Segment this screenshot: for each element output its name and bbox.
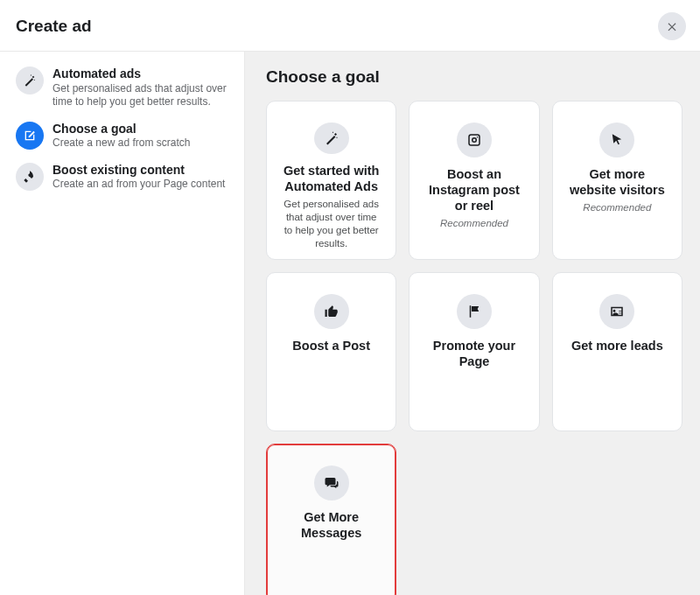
sidebar-item-label: Automated ads	[52, 66, 228, 82]
sidebar-item-desc: Get personalised ads that adjust over ti…	[52, 82, 228, 109]
messages-icon	[314, 466, 349, 500]
sidebar-item-desc: Create a new ad from scratch	[52, 136, 190, 150]
flag-icon	[457, 294, 492, 329]
modal-body: Automated ads Get personalised ads that …	[0, 52, 700, 595]
cursor-icon	[599, 122, 634, 158]
id-card-icon	[599, 294, 634, 329]
goal-card-title: Get more website visitors	[562, 166, 673, 198]
goal-card-title: Boost an Instagram post or reel	[418, 166, 529, 214]
main-heading: Choose a goal	[266, 67, 682, 87]
goal-card-more-leads[interactable]: Get more leads	[552, 272, 682, 431]
sidebar-item-boost-existing[interactable]: Boost existing content Create an ad from…	[9, 157, 235, 198]
sidebar-item-automated-ads[interactable]: Automated ads Get personalised ads that …	[9, 60, 235, 116]
thumbs-up-icon	[314, 294, 349, 329]
sidebar: Automated ads Get personalised ads that …	[0, 52, 245, 595]
modal-title: Create ad	[16, 17, 92, 36]
goal-card-title: Get started with Automated Ads	[276, 163, 387, 194]
goal-card-sub: Recommended	[435, 217, 514, 230]
goal-card-boost-instagram[interactable]: Boost an Instagram post or reel Recommen…	[409, 101, 539, 260]
sidebar-item-label: Boost existing content	[52, 163, 225, 178]
sidebar-item-label: Choose a goal	[52, 122, 190, 137]
sidebar-item-desc: Create an ad from your Page content	[52, 178, 225, 192]
goal-card-title: Boost a Post	[289, 338, 374, 354]
goal-card-automated-ads[interactable]: Get started with Automated Ads Get perso…	[266, 101, 396, 260]
create-ad-modal: Create ad Automated ads Get personalised…	[0, 0, 700, 595]
goal-card-sub: Get personalised ads that adjust over ti…	[276, 198, 387, 250]
goal-card-title: Get more leads	[568, 338, 667, 354]
wand-icon	[314, 122, 349, 154]
modal-header: Create ad	[0, 0, 700, 52]
main-panel: Choose a goal Get started with Automated…	[245, 52, 700, 595]
instagram-icon	[457, 122, 492, 158]
goal-card-boost-post[interactable]: Boost a Post	[266, 272, 396, 431]
close-icon	[666, 20, 678, 32]
goal-card-sub: Recommended	[578, 201, 656, 214]
sidebar-item-choose-goal[interactable]: Choose a goal Create a new ad from scrat…	[9, 116, 235, 157]
goal-card-more-messages[interactable]: Get More Messages	[266, 444, 396, 595]
compose-icon	[16, 122, 44, 150]
goal-card-website-visitors[interactable]: Get more website visitors Recommended	[552, 101, 682, 260]
rocket-icon	[16, 163, 44, 191]
goal-card-title: Get More Messages	[276, 509, 387, 541]
goal-card-promote-page[interactable]: Promote your Page	[409, 272, 539, 431]
goal-card-title: Promote your Page	[418, 338, 529, 369]
close-button[interactable]	[658, 12, 686, 40]
wand-icon	[16, 66, 44, 94]
goal-grid: Get started with Automated Ads Get perso…	[266, 101, 682, 595]
